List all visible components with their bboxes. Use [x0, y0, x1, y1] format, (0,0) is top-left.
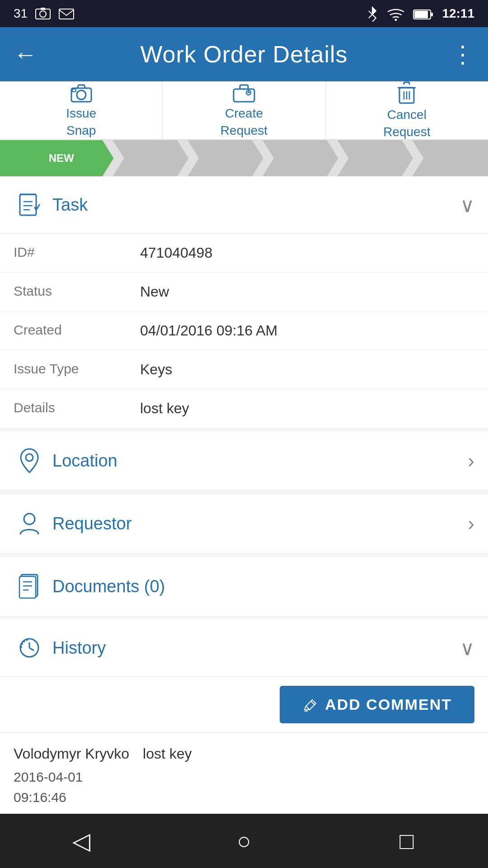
wifi-icon: [387, 6, 405, 21]
progress-step-5: [338, 140, 413, 176]
cancel-request-line1: Cancel: [387, 108, 427, 122]
svg-rect-23: [20, 194, 36, 215]
history-header[interactable]: History ∨: [0, 619, 488, 677]
field-created: Created 04/01/2016 09:16 AM: [0, 311, 488, 350]
bottom-nav: ◁ ○ □: [0, 814, 488, 868]
documents-icon: [14, 571, 45, 602]
field-created-value: 04/01/2016 09:16 AM: [140, 322, 474, 339]
requestor-section[interactable]: Requestor ›: [0, 494, 488, 553]
field-id-label: ID#: [14, 245, 140, 260]
header: ← Work Order Details ⋮: [0, 27, 488, 81]
task-section: Task ∨ ID# 471040498 Status New Created …: [0, 176, 488, 428]
menu-nav-button[interactable]: □: [380, 814, 434, 868]
email-icon: [58, 5, 75, 22]
back-button[interactable]: ←: [14, 41, 37, 68]
svg-rect-33: [19, 576, 36, 598]
svg-line-40: [306, 706, 310, 710]
field-issue-type: Issue Type Keys: [0, 350, 488, 389]
history-entry-comment: lost key: [143, 745, 192, 762]
svg-point-6: [395, 19, 397, 21]
field-id: ID# 471040498: [0, 234, 488, 273]
field-status-value: New: [140, 283, 474, 300]
svg-rect-8: [414, 11, 428, 18]
location-section[interactable]: Location ›: [0, 431, 488, 491]
progress-step-new: NEW: [0, 140, 114, 176]
briefcase-icon: [232, 83, 256, 104]
cancel-request-button[interactable]: Cancel Request: [326, 81, 488, 139]
create-request-line1: Create: [225, 106, 263, 121]
field-status-label: Status: [14, 283, 140, 299]
issue-snap-line2: Snap: [66, 123, 96, 138]
history-title: History: [45, 638, 460, 658]
progress-step-6: [412, 140, 488, 176]
location-chevron-icon: ›: [468, 449, 474, 472]
bluetooth-icon: [366, 5, 379, 22]
back-nav-button[interactable]: ◁: [54, 814, 108, 868]
camera-icon: [70, 83, 93, 104]
field-details: Details lost key: [0, 389, 488, 428]
cancel-request-line2: Request: [383, 125, 430, 139]
svg-point-27: [26, 454, 33, 461]
add-comment-label: ADD COMMENT: [325, 696, 452, 713]
progress-step-3: [188, 140, 263, 176]
history-icon: [14, 632, 45, 664]
requestor-icon: [14, 508, 45, 539]
requestor-title: Requestor: [45, 514, 468, 533]
action-row: Issue Snap Create Request: [0, 81, 488, 140]
trash-icon: [397, 81, 417, 105]
time-display: 12:11: [442, 6, 474, 21]
status-bar-left: 31: [14, 5, 75, 22]
history-entry-row1: Volodymyr Kryvko lost key: [14, 745, 474, 762]
add-comment-bar: ADD COMMENT: [0, 677, 488, 733]
field-details-label: Details: [14, 400, 140, 415]
status-bar: 31: [0, 0, 488, 27]
history-entry-author: Volodymyr Kryvko: [14, 745, 129, 762]
history-section: History ∨ ADD COMMENT Volodymyr K: [0, 619, 488, 820]
history-entry: Volodymyr Kryvko lost key 2016-04-01 09:…: [0, 733, 488, 820]
field-issue-type-value: Keys: [140, 361, 474, 378]
photos-icon: [35, 5, 51, 22]
svg-rect-9: [431, 13, 433, 16]
svg-rect-2: [41, 8, 45, 10]
more-menu-button[interactable]: ⋮: [451, 41, 474, 68]
progress-step-2: [113, 140, 189, 176]
status-bar-right: 12:11: [366, 5, 474, 22]
field-details-value: lost key: [140, 400, 474, 417]
content: Task ∨ ID# 471040498 Status New Created …: [0, 176, 488, 820]
field-id-value: 471040498: [140, 245, 474, 261]
svg-line-39: [29, 648, 34, 651]
task-section-header[interactable]: Task ∨: [0, 176, 488, 234]
task-chevron-icon: ∨: [460, 193, 474, 217]
svg-rect-12: [72, 89, 76, 92]
edit-icon: [302, 696, 318, 713]
history-chevron-icon: ∨: [460, 637, 474, 660]
home-nav-button[interactable]: ○: [217, 814, 271, 868]
battery-icon: [413, 6, 434, 21]
create-request-button[interactable]: Create Request: [163, 81, 325, 139]
svg-point-28: [24, 514, 35, 524]
field-status: Status New: [0, 273, 488, 311]
field-created-label: Created: [14, 322, 140, 338]
svg-point-11: [77, 90, 86, 99]
field-issue-type-label: Issue Type: [14, 361, 140, 377]
requestor-chevron-icon: ›: [468, 512, 474, 535]
progress-step-new-label: NEW: [40, 152, 74, 165]
svg-rect-13: [234, 89, 254, 102]
history-entry-date: 2016-04-01 09:16:46: [14, 767, 474, 807]
add-comment-button[interactable]: ADD COMMENT: [280, 686, 474, 723]
location-icon: [14, 445, 45, 476]
task-icon: [14, 189, 45, 221]
issue-snap-button[interactable]: Issue Snap: [0, 81, 163, 139]
task-section-title: Task: [45, 195, 460, 215]
progress-bar: NEW: [0, 140, 488, 176]
svg-rect-3: [59, 9, 74, 19]
page-title: Work Order Details: [140, 41, 347, 68]
documents-title: Documents (0): [45, 577, 474, 596]
issue-snap-line1: Issue: [66, 106, 96, 121]
documents-section[interactable]: Documents (0): [0, 557, 488, 616]
date-icon: 31: [14, 6, 28, 21]
create-request-line2: Request: [221, 123, 267, 138]
progress-step-4: [263, 140, 338, 176]
svg-point-1: [40, 11, 46, 17]
location-title: Location: [45, 451, 468, 471]
